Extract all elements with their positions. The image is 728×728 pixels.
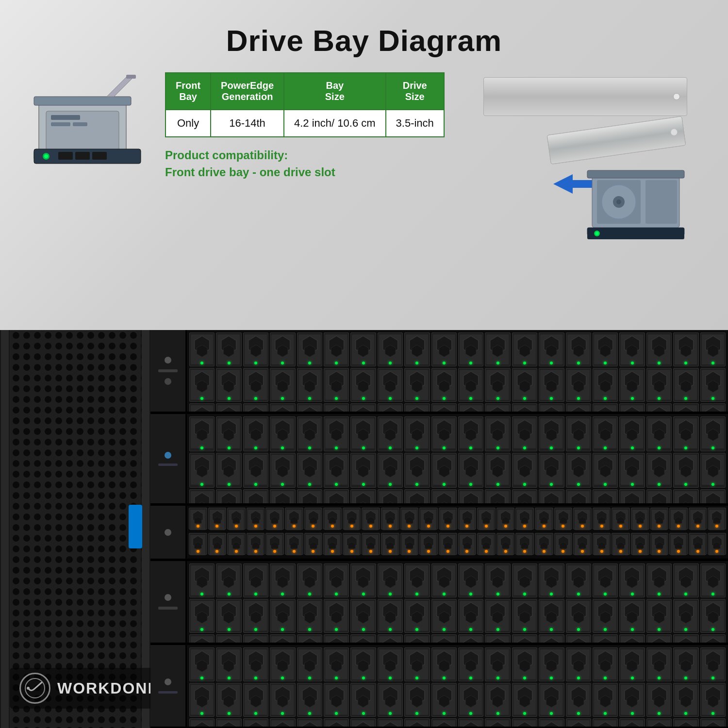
svg-rect-13	[126, 75, 136, 79]
svg-rect-1	[34, 97, 131, 105]
drive-slot	[619, 453, 645, 488]
drive-slot	[227, 508, 246, 529]
drive-slot	[189, 647, 215, 681]
svg-rect-35	[1, 330, 9, 728]
drive-slot	[593, 599, 618, 633]
drive-slot	[650, 533, 669, 555]
drive-slot	[619, 683, 645, 717]
drive-slot	[512, 634, 537, 645]
drive-slot	[324, 403, 349, 414]
drive-slot	[458, 683, 483, 717]
drive-slot	[247, 508, 265, 529]
drive-slot	[343, 533, 361, 555]
drive-slot	[566, 416, 591, 451]
drive-slot	[350, 599, 376, 633]
drive-slot	[304, 533, 323, 555]
drive-slot	[285, 508, 303, 529]
drive-slot	[646, 634, 672, 645]
drive-slot	[458, 599, 483, 633]
drive-slot	[515, 508, 534, 529]
drive-slot	[593, 489, 618, 506]
compat-line1: Product compatibility:	[165, 147, 445, 164]
svg-rect-11	[75, 152, 90, 160]
drive-slot	[458, 453, 483, 488]
drive-slot	[216, 718, 241, 728]
drive-slot	[612, 508, 630, 529]
drive-slot	[458, 563, 483, 597]
drive-slot	[350, 489, 376, 506]
drive-slot	[189, 718, 215, 728]
drive-slot	[189, 508, 207, 529]
drive-slot	[512, 718, 537, 728]
drive-slot	[189, 599, 215, 633]
drive-slot	[669, 533, 688, 555]
drive-slot	[243, 416, 268, 451]
drive-slot	[631, 533, 649, 555]
drive-slot	[216, 683, 241, 717]
drive-slot	[566, 683, 591, 717]
drive-slot	[404, 368, 430, 402]
svg-rect-25	[645, 180, 677, 224]
drive-slot	[673, 403, 698, 414]
workdone-badge: WORKDONE	[10, 668, 169, 709]
drive-slot	[593, 453, 618, 488]
drive-slot	[247, 533, 265, 555]
spec-table: FrontBay PowerEdgeGeneration BaySize Dri…	[165, 72, 445, 137]
drive-slot	[593, 634, 618, 645]
drive-slot	[539, 332, 564, 366]
drive-slot	[593, 647, 618, 681]
drive-slot	[350, 403, 376, 414]
drive-slot	[593, 416, 618, 451]
drive-slot	[270, 683, 295, 717]
drive-slot	[404, 332, 430, 366]
drive-slot	[216, 489, 241, 506]
drive-slot	[189, 489, 215, 506]
drive-slot	[431, 332, 457, 366]
drive-slot	[243, 647, 268, 681]
drive-slot	[458, 403, 483, 414]
drive-slot	[566, 647, 591, 681]
drive-slot	[566, 368, 591, 402]
drive-slot	[477, 533, 496, 555]
drive-slot	[189, 683, 215, 717]
drive-slot	[535, 533, 553, 555]
drive-slot	[216, 368, 241, 402]
svg-point-38	[27, 687, 30, 690]
drive-slot	[619, 647, 645, 681]
drive-slot	[593, 508, 611, 529]
right-visuals	[464, 72, 699, 266]
drive-slot	[297, 647, 322, 681]
drive-slot	[400, 508, 419, 529]
drive-slot	[208, 533, 227, 555]
drive-slot	[189, 416, 215, 451]
drive-slot	[431, 634, 457, 645]
drive-slot	[700, 332, 726, 366]
drive-slot	[512, 599, 537, 633]
workdone-logo	[19, 673, 50, 704]
blank-plate	[483, 77, 687, 116]
blue-handle	[129, 505, 142, 548]
cell-bay-size: 4.2 inch/ 10.6 cm	[284, 110, 386, 137]
drive-slot	[243, 634, 268, 645]
drive-slot	[646, 489, 672, 506]
drive-slot	[485, 647, 510, 681]
drive-slot	[539, 416, 564, 451]
drive-slot	[381, 508, 399, 529]
drive-slot	[612, 533, 630, 555]
drive-slot	[458, 533, 477, 555]
drive-slot	[362, 533, 380, 555]
drive-slot	[458, 332, 483, 366]
drive-slot	[700, 563, 726, 597]
drive-slot	[243, 368, 268, 402]
drive-slot	[566, 599, 591, 633]
drive-slot	[512, 453, 537, 488]
drive-slot	[458, 647, 483, 681]
drive-slot	[324, 416, 349, 451]
drive-slot	[431, 416, 457, 451]
server-row-2	[150, 414, 728, 506]
drive-slot	[673, 647, 698, 681]
svg-point-24	[616, 199, 621, 204]
top-section: Drive Bay Diagram	[0, 0, 728, 330]
drive-slot	[431, 489, 457, 506]
drive-slot	[439, 533, 457, 555]
